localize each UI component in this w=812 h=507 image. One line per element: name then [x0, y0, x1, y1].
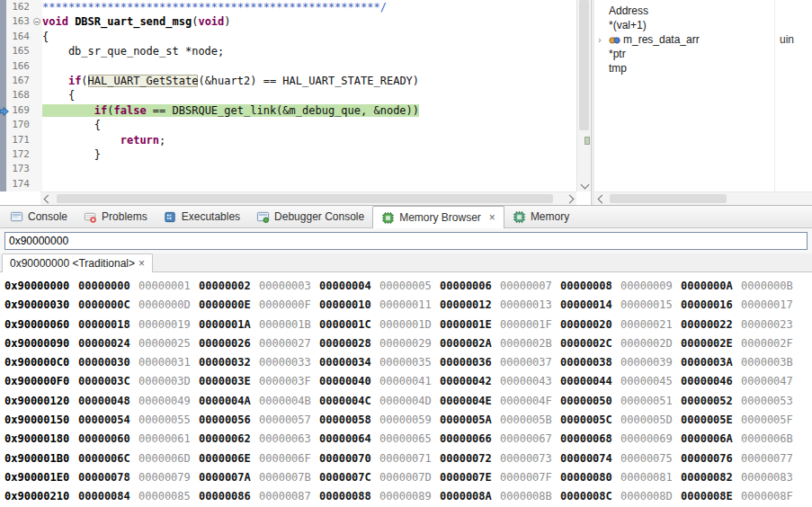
code-line[interactable]: 168 {	[0, 88, 576, 102]
memory-cell[interactable]: 00000029	[379, 334, 433, 353]
line-number[interactable]: 169	[6, 103, 31, 118]
line-number[interactable]: 170	[6, 118, 31, 132]
memory-cell[interactable]: 00000046	[681, 372, 734, 391]
memory-cell[interactable]: 00000049	[138, 392, 192, 411]
annotation-ruler[interactable]	[0, 0, 6, 191]
memory-cell[interactable]: 0000008D	[620, 487, 674, 506]
memory-cell[interactable]: 0000000D	[138, 296, 192, 315]
vertical-scrollbar-thumb[interactable]	[579, 0, 589, 130]
memory-cell[interactable]: 00000048	[78, 392, 131, 411]
memory-cell[interactable]: 0000005C	[560, 411, 613, 430]
horizontal-scrollbar-thumb[interactable]	[610, 194, 727, 203]
memory-cell[interactable]: 00000061	[138, 430, 192, 449]
memory-cell[interactable]: 00000031	[138, 353, 192, 372]
memory-cell[interactable]: 0000006B	[741, 430, 794, 449]
editor-vertical-scrollbar[interactable]	[576, 0, 591, 191]
memory-cell[interactable]: 0000008E	[681, 487, 734, 506]
memory-cell[interactable]: 00000007	[500, 277, 553, 296]
memory-cell[interactable]: 00000059	[379, 411, 433, 430]
memory-cell[interactable]: 00000062	[199, 430, 252, 449]
memory-cell[interactable]: 00000032	[199, 353, 252, 372]
memory-cell[interactable]: 0000006D	[138, 449, 192, 468]
memory-cell[interactable]: 00000003	[259, 277, 312, 296]
memory-cell[interactable]: 00000072	[440, 449, 493, 468]
memory-cell[interactable]: 0000002F	[741, 334, 794, 353]
code-line[interactable]: 169 if(false == DBSRQUE_get_link(&m_debu…	[0, 103, 576, 118]
memory-cell[interactable]: 00000008	[560, 277, 613, 296]
memory-cell[interactable]: 0000003C	[78, 372, 131, 391]
memory-cell[interactable]: 00000074	[560, 449, 613, 468]
memory-cell[interactable]: 0000006F	[259, 449, 312, 468]
line-number[interactable]: 173	[6, 162, 31, 176]
close-icon[interactable]: ×	[138, 258, 145, 269]
memory-cell[interactable]: 00000020	[560, 316, 613, 334]
code-line[interactable]: 173	[0, 162, 576, 176]
memory-cell[interactable]: 00000086	[199, 487, 252, 506]
code-line[interactable]: 162*************************************…	[0, 0, 576, 14]
memory-cell[interactable]: 00000001	[138, 277, 192, 296]
memory-cell[interactable]: 0000005A	[440, 411, 493, 430]
scroll-right-button[interactable]	[562, 192, 576, 206]
expression-row[interactable]: *ptr	[594, 47, 812, 61]
code-line[interactable]: 166	[0, 59, 576, 74]
line-number[interactable]: 162	[6, 0, 31, 14]
memory-cell[interactable]: 00000033	[259, 353, 312, 372]
fold-collapse-icon[interactable]	[33, 18, 40, 25]
memory-cell[interactable]: 0000000B	[741, 277, 794, 296]
line-number[interactable]: 166	[6, 59, 31, 74]
memory-cell[interactable]: 0000007F	[500, 468, 553, 487]
expression-row[interactable]: Address	[594, 4, 812, 18]
code-editor[interactable]: 162*************************************…	[0, 0, 591, 205]
memory-cell[interactable]: 00000053	[741, 392, 794, 411]
tab-memory[interactable]: Memory	[504, 206, 577, 227]
scroll-left-button[interactable]	[40, 192, 55, 206]
memory-cell[interactable]: 00000023	[741, 316, 794, 334]
memory-cell[interactable]: 00000064	[319, 430, 372, 449]
line-number[interactable]: 167	[6, 74, 31, 88]
expression-row[interactable]: tmp	[594, 61, 812, 76]
memory-cell[interactable]: 00000089	[379, 487, 433, 506]
tab-executables[interactable]: Executables	[156, 206, 248, 227]
memory-cell[interactable]: 00000088	[319, 487, 372, 506]
memory-cell[interactable]: 0000001B	[259, 316, 312, 334]
tab-memory-browser[interactable]: Memory Browser×	[372, 206, 504, 228]
expander-icon[interactable]: ›	[598, 35, 609, 45]
editor-horizontal-scrollbar[interactable]	[40, 191, 576, 205]
memory-cell[interactable]: 00000005	[379, 277, 433, 296]
memory-cell[interactable]: 0000007C	[319, 468, 372, 487]
memory-cell[interactable]: 00000083	[741, 468, 794, 487]
memory-cell[interactable]: 0000003E	[199, 372, 252, 391]
line-number[interactable]: 165	[6, 44, 31, 58]
memory-cell[interactable]: 0000002E	[681, 334, 734, 353]
memory-cell[interactable]: 00000015	[620, 296, 674, 315]
memory-cell[interactable]: 00000056	[199, 411, 252, 430]
memory-cell[interactable]: 00000037	[500, 353, 553, 372]
memory-cell[interactable]: 00000014	[560, 296, 613, 315]
memory-cell[interactable]: 00000038	[560, 353, 613, 372]
code-line[interactable]: 163void DBSR_uart_send_msg(void)	[0, 14, 576, 29]
memory-cell[interactable]: 00000022	[681, 316, 734, 334]
memory-cell[interactable]: 00000017	[741, 296, 794, 315]
memory-cell[interactable]: 00000009	[620, 277, 674, 296]
memory-cell[interactable]: 0000002D	[620, 334, 674, 353]
memory-cell[interactable]: 00000016	[681, 296, 734, 315]
memory-cell[interactable]: 00000065	[379, 430, 433, 449]
expressions-panel[interactable]: Address*(val+1)›m_res_data_arruin*ptrtmp	[594, 0, 812, 205]
memory-cell[interactable]: 0000007B	[259, 468, 312, 487]
memory-cell[interactable]: 0000006A	[681, 430, 734, 449]
memory-cell[interactable]: 00000070	[319, 449, 372, 468]
memory-cell[interactable]: 0000008F	[741, 487, 794, 506]
memory-cell[interactable]: 0000007D	[379, 468, 433, 487]
memory-cell[interactable]: 0000001D	[379, 316, 433, 334]
memory-cell[interactable]: 0000002C	[560, 334, 613, 353]
memory-cell[interactable]: 00000081	[620, 468, 674, 487]
memory-cell[interactable]: 0000007E	[440, 468, 493, 487]
code-lines[interactable]: 162*************************************…	[0, 0, 576, 191]
memory-cell[interactable]: 0000006E	[199, 449, 252, 468]
memory-cell[interactable]: 00000006	[440, 277, 493, 296]
memory-cell[interactable]: 00000004	[319, 277, 372, 296]
expressions-horizontal-scrollbar[interactable]	[594, 191, 812, 205]
memory-cell[interactable]: 0000006C	[78, 449, 131, 468]
memory-cell[interactable]: 0000003B	[741, 353, 794, 372]
memory-cell[interactable]: 00000050	[560, 392, 613, 411]
